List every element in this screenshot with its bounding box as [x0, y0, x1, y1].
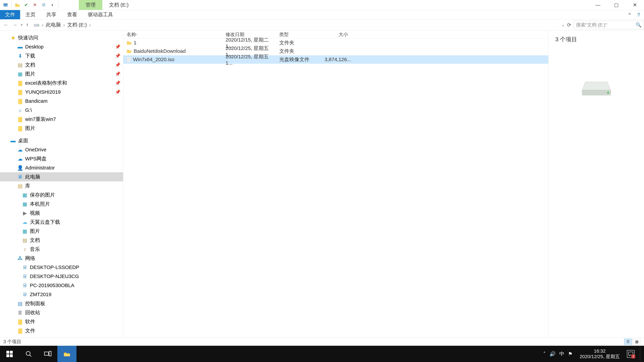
camera-roll-node[interactable]: ▦本机照片	[0, 199, 123, 209]
system-tray[interactable]: ˄ 🔊 中 ⚑ 16:32 2020/12/25, 星期五 3	[543, 346, 644, 362]
chevron-down-icon[interactable]: ⌄	[562, 23, 565, 27]
control-panel-node[interactable]: ▤控制面板	[0, 299, 123, 308]
chevron-right-icon[interactable]: ›	[89, 22, 91, 28]
col-size[interactable]: 大小	[321, 31, 355, 38]
search-button[interactable]	[19, 346, 38, 362]
wps-node[interactable]: ☁WPS网盘	[0, 154, 123, 163]
start-button[interactable]	[0, 346, 19, 362]
docs-lib-node[interactable]: ▤文档	[0, 236, 123, 245]
folder-icon[interactable]	[14, 1, 21, 8]
quick-access-node[interactable]: ★快速访问	[0, 33, 123, 42]
drive-tools-tab[interactable]: 驱动器工具	[82, 10, 118, 19]
dropdown-icon[interactable]: ▾	[49, 1, 56, 8]
tianyi-node[interactable]: ☁天翼云盘下载	[0, 218, 123, 227]
recycle-node[interactable]: 🗑回收站	[0, 308, 123, 317]
this-pc-node[interactable]: 🖥此电脑	[0, 172, 123, 181]
label: 图片	[25, 70, 35, 77]
svg-rect-10	[6, 354, 9, 357]
home-tab[interactable]: 主页	[20, 10, 41, 19]
minimize-button[interactable]: —	[589, 0, 607, 10]
onedrive-node[interactable]: ☁OneDrive	[0, 145, 123, 154]
documents-node[interactable]: ▤文档📌	[0, 60, 123, 69]
view-tab[interactable]: 查看	[62, 10, 82, 19]
breadcrumb-drive[interactable]: 文档 (E:)	[67, 21, 87, 28]
label: 图片	[30, 228, 40, 235]
admin-node[interactable]: 👤Administrator	[0, 163, 123, 172]
pc1-node[interactable]: 🖥DESKTOP-LSSOEDP	[0, 263, 123, 272]
file-row[interactable]: 12020/12/15, 星期二 1...文件夹	[123, 38, 548, 47]
file-name: Win7x64_2020.iso	[133, 57, 174, 62]
search-input[interactable]: 搜索"文档 (E:)" 🔍	[574, 21, 644, 29]
pc-icon: 🖥	[22, 292, 28, 297]
picture-icon: ▦	[22, 228, 28, 234]
pc3-node[interactable]: 🖥PC-20190530OBLA	[0, 281, 123, 290]
checkbox-icon[interactable]: ✔	[23, 1, 30, 8]
drive-icon: ⏚	[17, 107, 24, 113]
file-type: 光盘映像文件	[276, 56, 321, 63]
library-node[interactable]: ▤库	[0, 181, 123, 190]
pictures-node[interactable]: ▦图片📌	[0, 69, 123, 78]
chevron-right-icon[interactable]: ›	[63, 22, 65, 28]
file-name: BaiduNetdiskDownload	[134, 48, 186, 54]
navigation-tree[interactable]: ★快速访问 ▬Desktop📌 ⬇下载📌 ▤文档📌 ▦图片📌 ▇excel表格制…	[0, 30, 123, 337]
ribbon: 文件 主页 共享 查看 驱动器工具 ^ ?	[0, 10, 644, 19]
file-row[interactable]: Win7x64_2020.iso2020/12/25, 星期五 1...光盘映像…	[123, 55, 548, 64]
help-icon[interactable]: ?	[635, 11, 642, 18]
win7-node[interactable]: ▇win7重装win7	[0, 115, 123, 124]
details-view-button[interactable]: ☰	[624, 339, 632, 345]
ribbon-expand-icon[interactable]: ^	[626, 11, 633, 18]
ime-indicator[interactable]: 中	[559, 351, 564, 357]
files-node[interactable]: ▇文件	[0, 326, 123, 335]
delete-icon[interactable]: ✕	[31, 1, 38, 8]
breadcrumb[interactable]: › 此电脑 › 文档 (E:) › ⌄ ⟳	[32, 21, 574, 28]
recent-dropdown-icon[interactable]: ▾	[21, 23, 23, 27]
up-button[interactable]: ↑	[26, 22, 29, 28]
yunqishi-node[interactable]: ▇YUNQISHI2019📌	[0, 87, 123, 96]
gdrive-node[interactable]: ⏚G:\	[0, 106, 123, 115]
forward-button[interactable]: →	[12, 22, 18, 28]
desktop-root-node[interactable]: ▬桌面	[0, 136, 123, 145]
close-button[interactable]: ✕	[626, 0, 644, 10]
settings-icon[interactable]: ⚙	[40, 1, 47, 8]
pc2-node[interactable]: 🖥DESKTOP-NJEU3CG	[0, 272, 123, 281]
explorer-taskbar-button[interactable]	[57, 346, 76, 362]
file-tab[interactable]: 文件	[0, 10, 20, 19]
clock[interactable]: 16:32 2020/12/25, 星期五	[576, 349, 623, 359]
downloads-node[interactable]: ⬇下载📌	[0, 51, 123, 60]
refresh-icon[interactable]: ⟳	[567, 22, 571, 28]
share-tab[interactable]: 共享	[41, 10, 62, 19]
security-icon[interactable]: ⚑	[568, 351, 572, 357]
address-bar-row: ← → ▾ ↑ › 此电脑 › 文档 (E:) › ⌄ ⟳ 搜索"文档 (E:)…	[0, 19, 644, 30]
maximize-button[interactable]: ▢	[607, 0, 626, 10]
excel-node[interactable]: ▇excel表格制作求和📌	[0, 78, 123, 87]
col-name[interactable]: 名称^	[123, 31, 222, 38]
search-icon[interactable]: 🔍	[636, 22, 642, 28]
desktop-node[interactable]: ▬Desktop📌	[0, 42, 123, 51]
column-headers[interactable]: 名称^ 修改日期 类型 大小	[123, 30, 548, 38]
task-view-button[interactable]	[38, 346, 57, 362]
pc4-node[interactable]: 🖥ZMT2019	[0, 290, 123, 299]
col-type[interactable]: 类型	[276, 31, 321, 38]
network-node[interactable]: 🖧网络	[0, 254, 123, 263]
pictures2-node[interactable]: ▇图片	[0, 124, 123, 133]
bandicam-node[interactable]: ▇Bandicam	[0, 96, 123, 106]
manage-tab[interactable]: 管理	[79, 0, 102, 10]
volume-icon[interactable]: 🔊	[550, 351, 556, 357]
back-button[interactable]: ←	[3, 22, 9, 28]
breadcrumb-this-pc[interactable]: 此电脑	[46, 21, 61, 28]
taskbar[interactable]: ˄ 🔊 中 ⚑ 16:32 2020/12/25, 星期五 3	[0, 346, 644, 362]
pics-lib-node[interactable]: ▦图片	[0, 227, 123, 236]
tray-expand-icon[interactable]: ˄	[543, 351, 546, 357]
chevron-right-icon[interactable]: ›	[42, 22, 44, 28]
saved-pics-node[interactable]: ▦保存的图片	[0, 190, 123, 199]
music-node[interactable]: ♪音乐	[0, 245, 123, 254]
file-row[interactable]: BaiduNetdiskDownload2020/12/25, 星期五 1...…	[123, 47, 548, 55]
action-center-button[interactable]: 3	[627, 350, 634, 358]
preview-count: 3 个项目	[555, 35, 577, 43]
label: WPS网盘	[25, 155, 46, 162]
control-panel-icon: ▤	[17, 301, 24, 307]
videos-node[interactable]: ▶视频	[0, 209, 123, 218]
show-desktop-button[interactable]	[640, 346, 643, 362]
software-node[interactable]: ▇软件	[0, 317, 123, 326]
icons-view-button[interactable]: ▦	[633, 339, 641, 345]
